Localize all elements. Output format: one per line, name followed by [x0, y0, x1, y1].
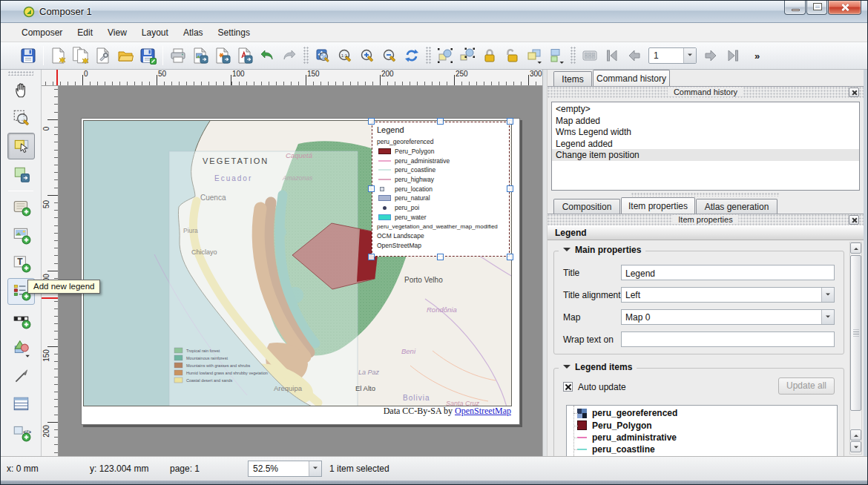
zoom-level-combo[interactable]: 52.5% [248, 461, 322, 477]
zoom-full-button[interactable] [312, 44, 334, 67]
lock-items-button[interactable] [479, 44, 501, 67]
export-svg-button[interactable] [211, 44, 234, 67]
close-button[interactable] [828, 1, 861, 15]
add-map-button[interactable] [7, 194, 35, 220]
print-button[interactable] [167, 44, 189, 67]
add-label-button[interactable]: T [7, 250, 35, 277]
menu-layout[interactable]: Layout [134, 24, 176, 41]
history-item[interactable]: <empty> [552, 103, 859, 115]
legend-layer-row[interactable]: peru_coastline [567, 443, 837, 455]
add-image-button[interactable] [7, 222, 35, 248]
add-attribute-table-button[interactable] [7, 391, 35, 418]
scroll-up-button[interactable] [850, 429, 861, 441]
wrap-text-input[interactable] [621, 331, 835, 347]
atlas-prev-button[interactable] [623, 44, 645, 67]
zoom-level-value[interactable]: 52.5% [249, 461, 309, 476]
scrollbar-thumb[interactable] [850, 255, 861, 411]
menu-view[interactable]: View [100, 24, 134, 41]
menu-composer[interactable]: Composer [14, 24, 70, 41]
tab-item-properties[interactable]: Item properties [621, 197, 695, 214]
auto-update-checkbox[interactable] [563, 382, 573, 392]
legend-layer-row[interactable]: Peru_Polygon [567, 419, 837, 431]
atlas-page-value[interactable]: 1 [649, 48, 683, 63]
update-all-button[interactable]: Update all [778, 377, 835, 395]
menu-edit[interactable]: Edit [70, 24, 100, 41]
maximize-button[interactable] [806, 1, 827, 15]
save-template-button[interactable] [137, 44, 159, 67]
toolbar-grip[interactable] [571, 47, 576, 65]
dock-grip[interactable] [631, 193, 780, 197]
selection-handle[interactable] [437, 118, 444, 125]
zoom-actual-button[interactable]: 1:1 [334, 44, 356, 67]
unlock-items-button[interactable] [501, 44, 523, 67]
move-item-content-button[interactable] [7, 161, 35, 188]
load-template-button[interactable] [114, 44, 137, 67]
selection-handle[interactable] [368, 254, 375, 260]
tab-atlas-generation[interactable]: Atlas generation [696, 199, 777, 214]
atlas-preview-button[interactable] [579, 44, 601, 67]
add-html-frame-button[interactable]: </> [7, 419, 35, 446]
legend-items-header[interactable]: Legend items [559, 362, 637, 372]
legend-layer-row[interactable]: peru_administrative [567, 432, 837, 443]
selection-handle[interactable] [507, 254, 513, 260]
group-items-button[interactable] [434, 44, 456, 67]
history-item[interactable]: Legend added [552, 138, 859, 150]
scroll-up-button[interactable] [850, 242, 861, 254]
new-composer-button[interactable] [47, 44, 70, 67]
legend-items-tree[interactable]: peru_georeferenced Peru_Polygon peru_adm… [566, 405, 838, 456]
close-icon[interactable] [849, 215, 859, 225]
attribution-link[interactable]: OpenStreetMap [455, 406, 511, 416]
atlas-last-button[interactable] [722, 44, 744, 67]
add-scalebar-button[interactable] [7, 306, 35, 333]
align-items-button[interactable] [545, 44, 568, 67]
pan-tool-button[interactable] [7, 76, 35, 103]
selection-handle[interactable] [437, 254, 444, 260]
legend-item[interactable]: Legend peru_georeferenced Peru_Polygon p… [372, 122, 510, 257]
panel-splitter[interactable] [542, 70, 548, 456]
zoom-in-button[interactable] [356, 44, 378, 67]
toolbar-grip[interactable] [8, 71, 33, 76]
tab-command-history[interactable]: Command history [593, 70, 670, 86]
zoom-tool-button[interactable] [7, 105, 35, 131]
history-item-selected[interactable]: Change item position [552, 149, 859, 161]
selection-handle[interactable] [368, 185, 375, 192]
toolbar-grip[interactable] [426, 47, 431, 65]
add-shape-button[interactable] [7, 334, 35, 361]
atlas-page-combo[interactable]: 1 [648, 47, 697, 64]
zoom-out-button[interactable] [378, 44, 401, 67]
composer-manager-button[interactable] [92, 44, 114, 67]
properties-scrollbar[interactable] [849, 242, 862, 455]
add-arrow-button[interactable] [7, 363, 35, 389]
close-icon[interactable] [849, 88, 859, 97]
ungroup-items-button[interactable] [456, 44, 479, 67]
titlebar[interactable]: Composer 1 [1, 1, 868, 23]
selection-handle[interactable] [507, 118, 513, 125]
legend-layer-row[interactable]: peru_georeferenced [567, 407, 837, 419]
save-project-button[interactable] [17, 44, 39, 67]
menu-atlas[interactable]: Atlas [176, 24, 211, 41]
selection-handle[interactable] [507, 185, 513, 192]
atlas-first-button[interactable] [601, 44, 623, 67]
history-item[interactable]: Wms Legend width [552, 126, 859, 138]
toolbar-overflow-button[interactable]: » [754, 50, 760, 62]
tab-items[interactable]: Items [553, 71, 592, 86]
toolbar-grip[interactable] [303, 47, 309, 65]
redo-button[interactable] [278, 44, 300, 67]
export-pdf-button[interactable] [234, 44, 256, 67]
scroll-down-button[interactable] [850, 441, 861, 452]
menu-settings[interactable]: Settings [211, 24, 257, 41]
atlas-next-button[interactable] [700, 44, 722, 67]
map-select[interactable]: Map 0 [621, 309, 835, 325]
selection-handle[interactable] [368, 118, 375, 125]
duplicate-composer-button[interactable] [70, 44, 92, 67]
minimize-button[interactable] [784, 1, 806, 15]
export-image-button[interactable] [189, 44, 211, 67]
tab-composition[interactable]: Composition [553, 199, 620, 214]
undo-button[interactable] [256, 44, 278, 67]
main-properties-header[interactable]: Main properties [559, 245, 645, 255]
atlas-page-dropdown-button[interactable] [683, 48, 696, 63]
command-history-list[interactable]: <empty> Map added Wms Legend width Legen… [551, 102, 860, 191]
select-move-item-button[interactable] [7, 133, 35, 159]
title-input[interactable] [621, 265, 835, 280]
history-item[interactable]: Map added [552, 115, 859, 127]
